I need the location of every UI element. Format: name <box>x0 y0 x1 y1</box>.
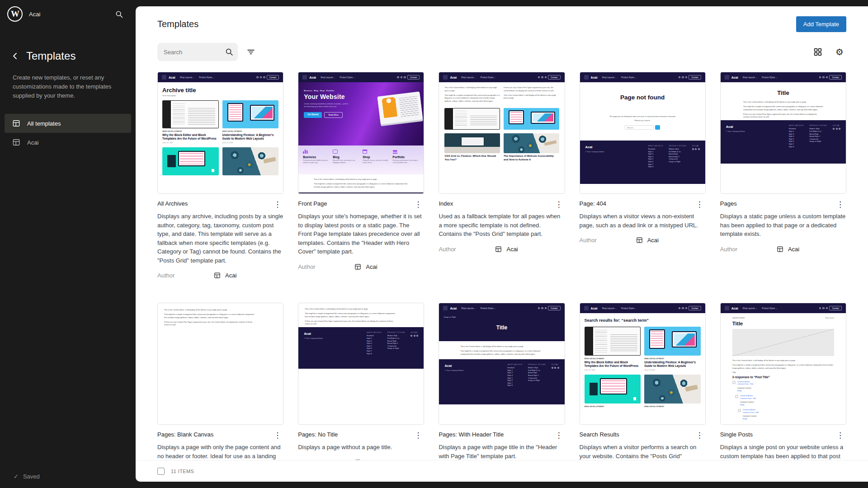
list-footer: 11 ITEMS <box>136 460 868 482</box>
feature-icon <box>333 150 338 154</box>
social-icon <box>263 76 265 79</box>
template-name[interactable]: Front Page <box>298 200 327 207</box>
layout-icon <box>12 138 21 147</box>
thumb-contact-button: Contact <box>267 75 279 80</box>
template-description: Displays a page with only the page conte… <box>157 443 283 460</box>
template-card: This is the Content block, it will displ… <box>298 303 424 460</box>
wordpress-logo-icon[interactable]: W <box>7 6 23 22</box>
template-name[interactable]: Page: 404 <box>580 200 606 207</box>
template-fields: Author Acai <box>439 245 565 253</box>
thumb-post-card: WEB DEVELOPMENT <box>585 375 641 408</box>
template-preview[interactable]: AcaiShop Layouts ⌄Product Styles ⌄Contac… <box>720 303 846 425</box>
thumb-contact-button: Contact <box>829 306 842 310</box>
template-preview[interactable]: AcaiShop Layouts ⌄Product Styles ⌄Contac… <box>720 72 846 194</box>
author-field-value: Acai <box>354 263 424 271</box>
template-preview[interactable]: AcaiShop Layouts ⌄Product Styles ⌄Contac… <box>298 72 424 194</box>
search-icon[interactable] <box>112 7 127 22</box>
card-actions-menu-icon[interactable]: ⋮ <box>553 431 565 440</box>
avatar <box>732 381 736 384</box>
card-actions-menu-icon[interactable]: ⋮ <box>271 200 283 209</box>
template-name[interactable]: Single Posts <box>720 431 753 438</box>
back-chevron-icon[interactable] <box>10 51 21 61</box>
card-actions-menu-icon[interactable]: ⋮ <box>693 200 706 209</box>
template-name[interactable]: Index <box>439 200 453 207</box>
author-field-value: Acai <box>495 245 565 253</box>
template-preview[interactable]: AcaiShop Layouts ⌄Product Styles ⌄Contac… <box>580 72 706 194</box>
card-actions-menu-icon[interactable]: ⋮ <box>693 431 706 440</box>
check-icon: ✓ <box>14 473 19 480</box>
thumb-responses-heading: 3 responses to “Post Title” <box>732 375 834 379</box>
template-name[interactable]: Pages <box>720 200 737 207</box>
social-icon <box>826 307 828 310</box>
card-actions-menu-icon[interactable]: ⋮ <box>412 431 424 440</box>
thumb-site-header: AcaiShop Layouts ⌄Product Styles ⌄Contac… <box>580 72 705 82</box>
template-card: AcaiShop Layouts ⌄Product Styles ⌄Contac… <box>298 72 424 279</box>
gear-icon[interactable]: ⚙ <box>833 45 846 59</box>
thumb-image-placeholder <box>732 329 834 356</box>
filter-icon[interactable] <box>243 44 259 60</box>
social-icon <box>685 76 688 79</box>
sidebar-top-bar: W Acai <box>0 0 136 26</box>
author-field-value: Acai <box>213 272 283 279</box>
site-editor-sidebar: W Acai Templates Create new templates, o… <box>0 0 136 488</box>
template-name[interactable]: Search Results <box>580 431 619 438</box>
card-actions-menu-icon[interactable]: ⋮ <box>834 431 846 440</box>
thumb-primary-button: Get Started <box>304 112 322 118</box>
feature-icon <box>303 150 308 154</box>
select-all-checkbox[interactable] <box>157 468 165 475</box>
author-field-label: Author <box>298 263 354 270</box>
thumb-site-logo <box>725 306 729 310</box>
thumb-post-card: WEB DEVELOPMENT <box>644 375 701 408</box>
feature-icon <box>363 150 367 154</box>
thumb-site-footer: Acai© Your Company NameSHOP LAYOUTSStand… <box>721 120 846 164</box>
template-name[interactable]: All Archives <box>157 200 188 207</box>
thumb-page-heading: Title <box>732 321 834 326</box>
template-name[interactable]: Pages: Blank Canvas <box>157 431 213 438</box>
card-actions-menu-icon[interactable]: ⋮ <box>834 200 846 209</box>
templates-grid-viewport: AcaiShop Layouts ⌄Product Styles ⌄Contac… <box>136 71 868 460</box>
template-name[interactable]: Pages: With Header Title <box>439 431 504 438</box>
social-icon <box>822 76 825 79</box>
search-input[interactable] <box>157 43 238 61</box>
avatar <box>738 409 741 412</box>
thumb-post-card: The Importance of Website Accessibility … <box>504 133 559 161</box>
thumb-post-card: WEB DEVELOPMENTUnderstanding Flexbox: A … <box>644 327 701 371</box>
author-field-label: Author <box>157 272 213 279</box>
template-preview[interactable]: AcaiShop Layouts ⌄Product Styles ⌄Contac… <box>580 303 706 425</box>
author-field-label: Author <box>720 246 776 253</box>
thumb-post-card <box>222 147 279 175</box>
layout-icon <box>495 245 502 253</box>
site-name[interactable]: Acai <box>29 11 40 18</box>
author-field-label: Author <box>439 246 495 253</box>
thumb-comment: Comment AuthorComment Date · EditComment… <box>738 409 834 421</box>
thumb-post-card: WEB DEVELOPMENTUnderstanding Flexbox: A … <box>222 100 279 144</box>
thumb-post-image <box>444 133 500 153</box>
card-actions-menu-icon[interactable]: ⋮ <box>271 431 283 440</box>
templates-panel: Templates Add Template ⚙ AcaiShop Layout… <box>136 6 868 482</box>
template-preview[interactable]: AcaiShop Layouts ⌄Product Styles ⌄Contac… <box>439 72 565 194</box>
template-fields: Author Acai <box>720 245 846 253</box>
template-name[interactable]: Pages: No Title <box>298 431 338 438</box>
thumb-site-logo <box>302 75 307 80</box>
template-preview[interactable]: This is the Content block, it will displ… <box>298 303 424 425</box>
thumb-site-logo <box>584 306 589 310</box>
search-box <box>157 43 238 61</box>
template-fields: Author Acai <box>580 236 706 244</box>
add-template-button[interactable]: Add Template <box>796 16 846 32</box>
template-card: AcaiShop Layouts ⌄Product Styles ⌄Contac… <box>580 72 706 279</box>
card-actions-menu-icon[interactable]: ⋮ <box>412 200 424 209</box>
template-description: Displays your site's homepage, whether i… <box>298 212 424 256</box>
thumb-page-heading: Search results for: “search term” <box>580 313 705 327</box>
template-card: AcaiShop Layouts ⌄Product Styles ⌄Contac… <box>720 72 846 279</box>
sidebar-item-all-templates[interactable]: All templates <box>5 114 131 133</box>
social-icon <box>682 307 684 310</box>
template-preview[interactable]: This is the Content block, it will displ… <box>157 303 283 425</box>
grid-view-icon[interactable] <box>810 44 826 60</box>
thumb-site-logo <box>443 306 448 310</box>
template-description: Displays any archive, including posts by… <box>157 212 283 265</box>
card-actions-menu-icon[interactable]: ⋮ <box>553 200 565 209</box>
template-preview[interactable]: AcaiShop Layouts ⌄Product Styles ⌄Contac… <box>439 303 565 425</box>
template-card: AcaiShop Layouts ⌄Product Styles ⌄Contac… <box>157 72 283 279</box>
sidebar-item-acai[interactable]: Acai <box>5 133 131 152</box>
template-preview[interactable]: AcaiShop Layouts ⌄Product Styles ⌄Contac… <box>157 72 283 194</box>
